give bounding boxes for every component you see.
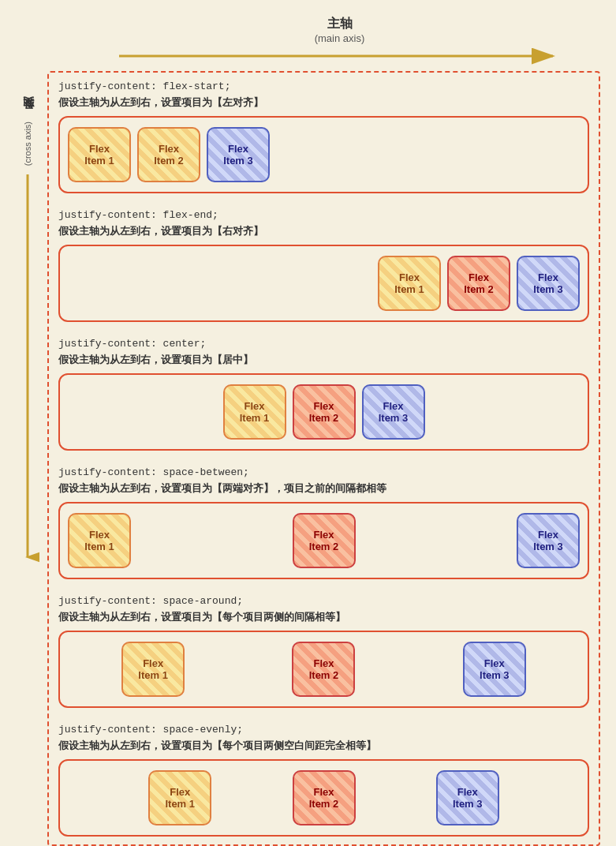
flex-demo-space-around: FlexItem 1 FlexItem 2 FlexItem 3 xyxy=(58,631,589,708)
main-axis-label-zh: 主轴 xyxy=(327,16,353,32)
section-space-evenly-desc: 假设主轴为从左到右，设置项目为【每个项目两侧空白间距完全相等】 xyxy=(58,739,589,753)
flex-item: FlexItem 2 xyxy=(447,256,510,311)
section-center-desc: 假设主轴为从左到右，设置项目为【居中】 xyxy=(58,353,589,367)
section-space-evenly: justify-content: space-evenly; 假设主轴为从左到右… xyxy=(58,724,589,837)
flex-item: FlexItem 3 xyxy=(517,513,580,568)
cross-axis-container: 交叉轴 (cross axis) xyxy=(16,118,39,565)
section-flex-end-desc: 假设主轴为从左到右，设置项目为【右对齐】 xyxy=(58,224,589,238)
flex-item: FlexItem 2 xyxy=(293,513,356,568)
cross-axis-arrow xyxy=(16,170,39,565)
section-center: justify-content: center; 假设主轴为从左到右，设置项目为… xyxy=(58,338,589,451)
flex-item: FlexItem 1 xyxy=(68,127,131,182)
section-space-between: justify-content: space-between; 假设主轴为从左到… xyxy=(58,466,589,579)
main-axis-label-en: (main axis) xyxy=(315,32,365,44)
flex-item: FlexItem 3 xyxy=(436,770,499,825)
section-flex-end-code: justify-content: flex-end; xyxy=(58,209,589,221)
flex-item: FlexItem 2 xyxy=(292,642,355,697)
flex-demo-space-between: FlexItem 1 FlexItem 2 FlexItem 3 xyxy=(58,502,589,579)
flex-demo-center: FlexItem 1 FlexItem 2 FlexItem 3 xyxy=(58,373,589,451)
section-flex-end: justify-content: flex-end; 假设主轴为从左到右，设置项… xyxy=(58,209,589,322)
flex-demo-flex-start: FlexItem 1 FlexItem 2 FlexItem 3 xyxy=(58,116,589,193)
flex-demo-space-evenly: FlexItem 1 FlexItem 2 FlexItem 3 xyxy=(58,759,589,837)
section-space-between-desc: 假设主轴为从左到右，设置项目为【两端对齐】，项目之前的间隔都相等 xyxy=(58,481,589,496)
flex-item: FlexItem 1 xyxy=(68,513,131,568)
flex-item: FlexItem 3 xyxy=(362,384,425,440)
main-axis-arrow xyxy=(111,44,569,68)
section-flex-start-code: justify-content: flex-start; xyxy=(58,80,589,92)
section-flex-start-desc: 假设主轴为从左到右，设置项目为【左对齐】 xyxy=(58,95,589,110)
section-center-code: justify-content: center; xyxy=(58,338,589,350)
flex-item: FlexItem 2 xyxy=(293,384,356,440)
section-space-around-code: justify-content: space-around; xyxy=(58,595,589,607)
section-flex-start: justify-content: flex-start; 假设主轴为从左到右，设… xyxy=(58,80,589,193)
flex-item: FlexItem 1 xyxy=(223,384,286,440)
section-space-around-desc: 假设主轴为从左到右，设置项目为【每个项目两侧的间隔相等】 xyxy=(58,610,589,624)
flex-item: FlexItem 2 xyxy=(137,127,200,182)
flex-item: FlexItem 3 xyxy=(463,642,526,697)
flex-item: FlexItem 1 xyxy=(121,642,185,697)
cross-axis-label-en: (cross axis) xyxy=(23,122,32,166)
section-space-around: justify-content: space-around; 假设主轴为从左到右… xyxy=(58,595,589,708)
section-space-evenly-code: justify-content: space-evenly; xyxy=(58,724,589,736)
sections-container: justify-content: flex-start; 假设主轴为从左到右，设… xyxy=(47,71,600,846)
flex-item: FlexItem 1 xyxy=(378,256,441,311)
flex-item: FlexItem 3 xyxy=(517,256,580,311)
flex-item: FlexItem 2 xyxy=(293,770,356,825)
flex-demo-flex-end: FlexItem 1 FlexItem 2 FlexItem 3 xyxy=(58,245,589,322)
section-space-between-code: justify-content: space-between; xyxy=(58,466,589,478)
flex-item: FlexItem 3 xyxy=(207,127,270,182)
flex-item: FlexItem 1 xyxy=(148,770,211,825)
